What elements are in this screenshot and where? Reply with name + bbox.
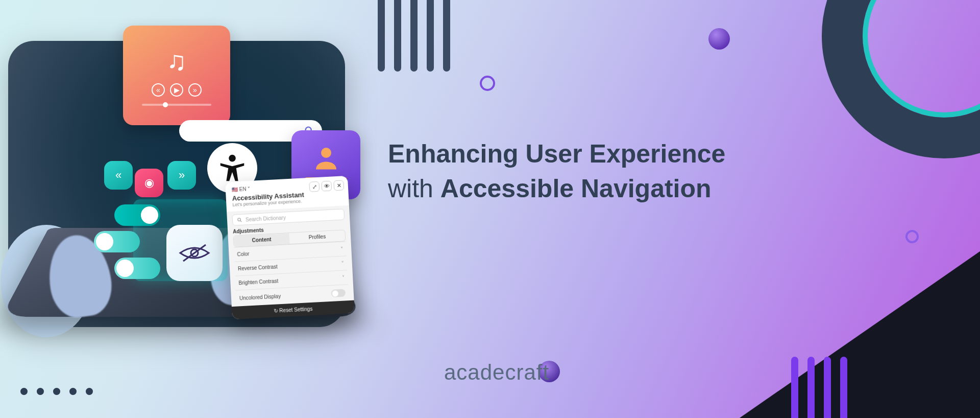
svg-point-6 — [238, 218, 241, 221]
eye-icon: 👁 — [321, 181, 332, 192]
move-icon: ⤢ — [309, 181, 320, 192]
ring-small — [905, 230, 919, 243]
close-icon: ✕ — [333, 180, 344, 191]
accessibility-icon — [216, 152, 248, 184]
vertical-bars-bottom — [791, 357, 847, 418]
svg-point-2 — [229, 155, 236, 162]
play-button: ◉ — [135, 169, 163, 197]
headline-bold: Accessible Navigation — [440, 174, 712, 203]
person-icon — [311, 143, 341, 173]
ring-small — [480, 76, 495, 91]
next-track-icon: » — [188, 83, 202, 97]
track-progress — [142, 104, 211, 106]
hero-headline: Enhancing User Experience with Accessibl… — [388, 137, 939, 206]
headline-with: with — [388, 174, 433, 203]
low-vision-icon — [178, 243, 211, 263]
toggle-off — [94, 231, 140, 252]
illustration-panel: ♫ « ▶ » « ◉ » ⤢ 👁 ✕ — [8, 41, 345, 327]
big-ring — [822, 0, 980, 158]
play-icon: ▶ — [170, 83, 183, 97]
music-note-icon: ♫ — [167, 45, 187, 76]
headline-line1: Enhancing User Experience — [388, 140, 725, 168]
vertical-bars-top — [378, 0, 450, 72]
panel-search-placeholder: Search Dictionary — [246, 215, 286, 222]
rewind-button: « — [104, 161, 133, 190]
toggle-on — [114, 204, 160, 226]
brand-logo-text: acadecraft — [444, 360, 549, 385]
gradient-dot — [708, 28, 730, 50]
music-player-card: ♫ « ▶ » — [123, 26, 230, 125]
low-vision-card — [166, 225, 223, 281]
dot-row — [20, 388, 93, 395]
toggle-off — [114, 258, 160, 279]
prev-track-icon: « — [152, 83, 165, 97]
dark-triangle — [725, 244, 980, 418]
svg-point-3 — [321, 148, 331, 158]
accessibility-assistant-panel: ⤢ 👁 ✕ 🇺🇸 EN ˅ Accessibility Assistant Le… — [225, 176, 355, 319]
panel-search: Search Dictionary — [232, 208, 345, 225]
forward-button: » — [167, 161, 196, 190]
svg-line-7 — [240, 220, 241, 221]
